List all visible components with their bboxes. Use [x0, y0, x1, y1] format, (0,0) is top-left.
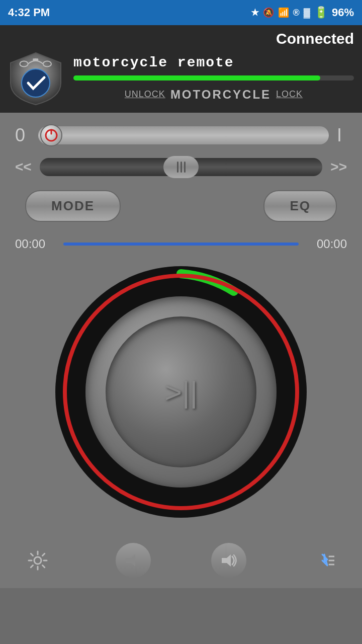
- power-one-label: I: [337, 125, 347, 146]
- motorcycle-label: MOTORCYCLE: [170, 88, 271, 102]
- time-start: 00:00: [15, 237, 55, 251]
- power-slider-track[interactable]: [38, 126, 329, 144]
- unlock-button[interactable]: UNLOCK: [125, 89, 165, 100]
- volume-down-icon: [124, 551, 142, 570]
- volume-down-button[interactable]: [116, 543, 151, 578]
- bluetooth-menu-button[interactable]: [307, 543, 342, 578]
- settings-button[interactable]: [20, 543, 55, 578]
- app-logo: [8, 50, 63, 106]
- mute-icon: 🔕: [263, 7, 274, 18]
- app-title: motorcycle remote: [73, 55, 354, 70]
- bluetooth-list-icon: [314, 550, 334, 571]
- player-center-button[interactable]: >||: [106, 316, 256, 467]
- thumb-line-3: [184, 162, 186, 173]
- player-circle-container: >||: [15, 266, 347, 518]
- player-section: 00:00 00:00 >||: [0, 232, 362, 538]
- status-bar: 4:32 PM ★ 🔕 📶 ® ▓ 🔋 96%: [0, 0, 362, 25]
- connected-status-label: Connected: [8, 30, 354, 47]
- thumb-line-2: [180, 162, 182, 173]
- status-time-group: 4:32 PM: [8, 6, 50, 19]
- power-slider-thumb[interactable]: [40, 124, 62, 146]
- volume-slider-track[interactable]: [40, 158, 323, 176]
- main-controls-section: 0 I << >> MODE EQ: [0, 113, 362, 232]
- registered-icon: ®: [293, 8, 300, 18]
- lock-button[interactable]: LOCK: [276, 89, 303, 100]
- battery-percent: 96%: [332, 6, 354, 19]
- thumb-line-1: [177, 162, 178, 173]
- bottom-toolbar: [0, 538, 362, 588]
- progress-bar-background: [73, 75, 354, 80]
- next-track-button[interactable]: >>: [330, 159, 347, 175]
- previous-track-button[interactable]: <<: [15, 159, 32, 175]
- battery-indicator: 🔋: [314, 6, 328, 19]
- status-icons-group: ★ 🔕 📶 ® ▓ 🔋 96%: [251, 6, 354, 19]
- svg-marker-8: [222, 554, 231, 567]
- bluetooth-status-icon: ★: [251, 7, 259, 18]
- volume-slider-thumb[interactable]: [163, 156, 199, 178]
- header-content: motorcycle remote UNLOCK MOTORCYCLE LOCK: [8, 50, 354, 106]
- timeline-row: 00:00 00:00: [15, 232, 347, 251]
- power-row: 0 I: [15, 125, 347, 146]
- progress-bar-fill: [73, 75, 320, 80]
- volume-up-icon: [220, 551, 238, 570]
- status-time: 4:32 PM: [8, 6, 50, 19]
- lock-controls-row: UNLOCK MOTORCYCLE LOCK: [73, 88, 354, 102]
- signal-icon: ▓: [304, 8, 310, 18]
- volume-up-button[interactable]: [211, 543, 246, 578]
- wifi-icon: 📶: [278, 7, 289, 18]
- eq-button[interactable]: EQ: [263, 190, 337, 222]
- player-inner-disc: >||: [85, 296, 277, 488]
- time-end: 00:00: [307, 237, 347, 251]
- svg-point-6: [34, 557, 41, 564]
- header-text-group: motorcycle remote UNLOCK MOTORCYCLE LOCK: [73, 55, 354, 102]
- mode-eq-row: MODE EQ: [15, 190, 347, 222]
- gear-icon: [28, 550, 48, 571]
- volume-row: << >>: [15, 158, 347, 176]
- mode-button[interactable]: MODE: [25, 190, 121, 222]
- player-outer-ring: >||: [55, 266, 307, 518]
- header-section: Connected motor: [0, 25, 362, 113]
- svg-marker-7: [126, 554, 135, 567]
- power-zero-label: 0: [15, 125, 30, 146]
- play-pause-icon[interactable]: >||: [164, 375, 198, 410]
- timeline-bar[interactable]: [63, 243, 299, 246]
- power-icon: [45, 129, 58, 142]
- svg-point-0: [22, 69, 50, 97]
